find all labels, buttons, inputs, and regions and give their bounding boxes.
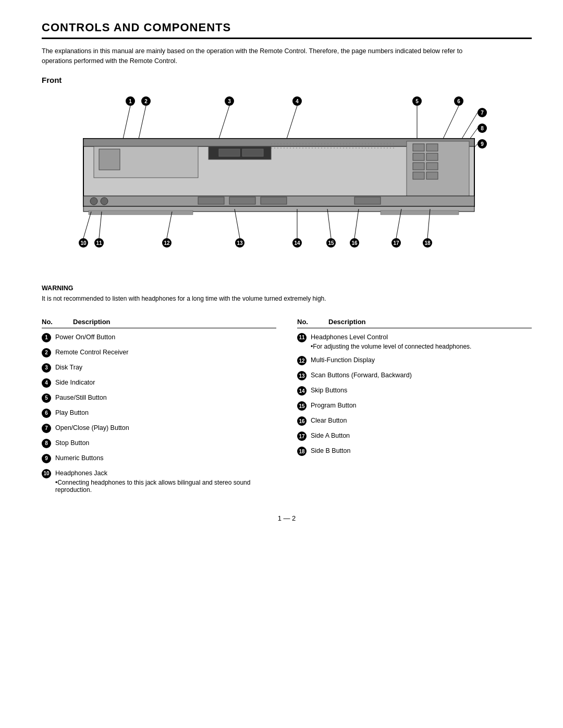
svg-line-21 [287,106,297,139]
svg-point-49 [101,198,108,205]
svg-text:13: 13 [237,240,243,246]
list-item: 11 Headphones Level Control •For adjusti… [297,332,532,351]
svg-line-73 [83,212,91,238]
component-badge-9: 9 [42,454,51,463]
left-desc-label: Description [73,318,111,326]
component-badge-18: 18 [297,447,307,456]
svg-rect-44 [198,197,224,204]
list-item: 18 Side B Button [297,446,532,456]
component-badge-5: 5 [42,393,51,403]
svg-line-18 [123,106,130,141]
front-diagram: 1 2 3 4 5 6 7 8 9 [42,92,490,269]
svg-rect-39 [413,163,424,170]
svg-line-20 [219,106,229,139]
component-badge-8: 8 [42,439,51,448]
warning-section: WARNING It is not recommended to listen … [42,285,532,303]
svg-rect-40 [426,163,438,170]
svg-text:14: 14 [294,240,300,246]
svg-text:4: 4 [296,98,299,104]
svg-rect-30 [99,149,120,170]
svg-rect-52 [381,211,459,215]
component-desc-18: Side B Button [311,447,350,454]
list-item: 16 Clear Button [297,416,532,426]
svg-text:1: 1 [129,98,132,104]
component-badge-1: 1 [42,333,51,342]
component-badge-15: 15 [297,401,307,411]
list-item: 7 Open/Close (Play) Button [42,423,276,433]
component-desc-7: Open/Close (Play) Button [55,424,129,431]
svg-rect-35 [413,144,424,151]
svg-text:16: 16 [351,240,358,246]
component-desc-3: Disk Tray [55,364,82,371]
svg-rect-42 [426,172,438,179]
left-column: No. Description 1 Power On/Off Button 2 … [42,318,276,499]
svg-text:11: 11 [96,240,102,246]
svg-text:5: 5 [415,98,419,104]
svg-line-78 [327,209,331,238]
list-item: 2 Remote Control Receiver [42,348,276,357]
list-item: 14 Skip Buttons [297,386,532,396]
svg-text:2: 2 [144,98,148,104]
component-badge-10: 10 [42,469,51,478]
component-badge-3: 3 [42,363,51,373]
svg-rect-41 [413,172,424,179]
component-note-10: •Connecting headphones to this jack allo… [55,479,276,493]
component-desc-14: Skip Buttons [311,387,347,394]
list-item: 9 Numeric Buttons [42,453,276,463]
list-item: 10 Headphones Jack •Connecting headphone… [42,468,276,494]
svg-line-74 [99,212,102,238]
component-desc-13: Scan Buttons (Forward, Backward) [311,372,412,379]
list-item: 5 Pause/Still Button [42,393,276,403]
svg-text:9: 9 [481,141,484,147]
svg-line-19 [138,106,146,141]
svg-rect-38 [426,153,438,161]
svg-rect-32 [219,149,240,156]
svg-rect-33 [242,149,263,156]
svg-point-48 [90,198,97,205]
left-no-label: No. [42,318,57,326]
component-note-11: •For adjusting the volume level of conne… [311,343,471,350]
component-badge-12: 12 [297,356,307,365]
svg-line-75 [167,212,172,238]
svg-line-23 [443,106,459,139]
svg-text:6: 6 [457,98,460,104]
right-column: No. Description 11 Headphones Level Cont… [297,318,532,499]
component-badge-4: 4 [42,378,51,388]
component-desc-1: Power On/Off Button [55,334,115,341]
list-item: 4 Side Indicator [42,378,276,388]
left-col-header: No. Description [42,318,276,328]
svg-rect-47 [354,197,381,204]
component-badge-6: 6 [42,409,51,418]
warning-title: WARNING [42,285,532,292]
component-desc-6: Play Button [55,409,89,416]
component-desc-4: Side Indicator [55,379,95,386]
svg-text:7: 7 [481,110,484,116]
component-badge-2: 2 [42,348,51,357]
svg-rect-45 [229,197,255,204]
component-desc-16: Clear Button [311,417,347,424]
list-item: 13 Scan Buttons (Forward, Backward) [297,371,532,380]
svg-rect-36 [426,144,438,151]
svg-text:12: 12 [164,240,170,246]
page-number: 1 — 2 [42,514,532,522]
list-item: 8 Stop Button [42,438,276,448]
component-desc-11: Headphones Level Control [311,334,388,341]
svg-text:18: 18 [424,240,431,246]
svg-text:17: 17 [393,240,399,246]
svg-rect-51 [89,211,193,215]
right-desc-label: Description [328,318,366,326]
list-item: 6 Play Button [42,408,276,418]
list-item: 15 Program Button [297,401,532,411]
component-badge-13: 13 [297,371,307,380]
component-desc-12: Multi-Function Display [311,356,375,364]
component-desc-2: Remote Control Receiver [55,349,128,356]
component-badge-16: 16 [297,416,307,426]
component-badge-7: 7 [42,424,51,433]
component-badge-14: 14 [297,386,307,396]
component-desc-17: Side A Button [311,432,350,439]
component-desc-9: Numeric Buttons [55,454,103,462]
component-desc-8: Stop Button [55,439,89,447]
svg-rect-46 [261,197,287,204]
component-desc-10: Headphones Jack [55,470,107,477]
component-badge-17: 17 [297,431,307,441]
